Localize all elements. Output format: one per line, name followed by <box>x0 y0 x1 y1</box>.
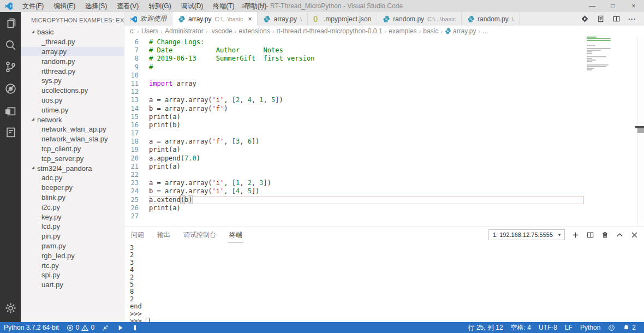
tab-array.py[interactable]: array.pyC:\...\basic× <box>172 12 258 26</box>
tree-item-rgb_led-py[interactable]: rgb_led.py <box>21 251 124 260</box>
breadcrumb-item-.vscode[interactable]: .vscode <box>210 27 232 35</box>
tab-random.py[interactable]: random.py\ <box>462 12 520 26</box>
source-control-view-button[interactable] <box>0 56 21 78</box>
tree-item-_thread-py[interactable]: _thread.py <box>21 37 124 47</box>
status-run-file[interactable] <box>113 322 128 333</box>
new-terminal-icon[interactable] <box>571 231 580 239</box>
micropython-examples-view-button[interactable] <box>0 121 21 143</box>
status-indentation[interactable]: 空格: 4 <box>507 322 535 333</box>
close-tab-icon[interactable]: × <box>248 15 252 23</box>
tree-item-spi-py[interactable]: spi.py <box>21 270 124 280</box>
breadcrumb-item-rt-thread.rt-thread-micropython-0.0.1[interactable]: rt-thread.rt-thread-micropython-0.0.1 <box>276 27 382 35</box>
tree-item-sys-py[interactable]: sys.py <box>21 76 124 86</box>
code-line-8[interactable]: 8# 2019-06-13 SummerGift first version <box>124 55 584 63</box>
more-actions-icon[interactable]: ··· <box>628 15 636 23</box>
terminal-output[interactable]: 32342582end>>>>>> <box>124 242 644 325</box>
breadcrumb-item-...[interactable]: ... <box>482 27 488 35</box>
code-line-7[interactable]: 7# Date Author Notes <box>124 46 584 55</box>
code-line-23[interactable]: 23a = array.array('i', [1, 2, 3]) <box>124 179 584 187</box>
code-line-17[interactable]: 17 <box>124 129 584 138</box>
menu-item-1[interactable]: 文件(F) <box>17 2 49 11</box>
tree-item-blink-py[interactable]: blink.py <box>21 193 124 203</box>
explorer-view-button[interactable] <box>0 12 21 34</box>
status-notifications[interactable]: 2 <box>619 322 640 333</box>
code-line-16[interactable]: 16print(b) <box>124 121 584 129</box>
status-eol[interactable]: LF <box>561 322 576 333</box>
code-line-14[interactable]: 14b = array.array('f') <box>124 105 584 113</box>
panel-tab-调试控制台[interactable]: 调试控制台 <box>182 228 217 242</box>
code-line-11[interactable]: 11import array <box>124 80 584 88</box>
tab--[interactable]: 欢迎使用 <box>124 12 172 26</box>
code-line-6[interactable]: 6# Change Logs: <box>124 38 584 46</box>
code-line-21[interactable]: 21print(a) <box>124 163 584 171</box>
panel-tab-输出[interactable]: 输出 <box>156 228 171 242</box>
run-file-icon[interactable] <box>581 15 589 23</box>
status-language-mode[interactable]: Python <box>576 322 604 333</box>
extensions-view-button[interactable] <box>0 99 21 121</box>
tree-item-adc-py[interactable]: adc.py <box>21 173 124 183</box>
tree-item-key-py[interactable]: key.py <box>21 212 124 222</box>
tree-item-network_wlan_ap-py[interactable]: network_wlan_ap.py <box>21 124 124 134</box>
kill-terminal-icon[interactable] <box>601 231 609 239</box>
tree-item-rtc-py[interactable]: rtc.py <box>21 260 124 270</box>
menu-item-4[interactable]: 查看(V) <box>112 2 144 11</box>
status-python-interpreter[interactable]: Python 3.7.2 64-bit <box>0 322 63 333</box>
tree-item-pwm-py[interactable]: pwm.py <box>21 241 124 251</box>
tree-item-uart-py[interactable]: uart.py <box>21 280 124 290</box>
code-line-26[interactable]: 26print(a) <box>124 204 584 212</box>
code-line-12[interactable]: 12 <box>124 88 584 96</box>
code-line-25[interactable]: 25a.extend(b) <box>124 196 584 204</box>
status-cursor-position[interactable]: 行 25, 列 12 <box>464 322 507 333</box>
tree-item-network_wlan_sta-py[interactable]: network_wlan_sta.py <box>21 134 124 144</box>
scrollbar-thumb[interactable] <box>637 128 644 133</box>
tab-.mpyproject.json[interactable]: {}.mpyproject.json <box>308 12 377 26</box>
menu-item-8[interactable]: 帮助(H) <box>240 2 272 11</box>
panel-tab-问题[interactable]: 问题 <box>130 228 145 242</box>
menu-item-7[interactable]: 终端(T) <box>208 2 239 11</box>
code-line-19[interactable]: 19print(a) <box>124 146 584 154</box>
tab-random.py[interactable]: random.pyC:\...\basic <box>377 12 462 26</box>
manage-button[interactable] <box>0 297 21 319</box>
tree-item-tcp_server-py[interactable]: tcp_server.py <box>21 153 124 163</box>
tree-item-uos-py[interactable]: uos.py <box>21 96 124 105</box>
search-view-button[interactable] <box>0 34 21 56</box>
open-changes-icon[interactable] <box>597 15 605 23</box>
tree-item-stm32l4_pandora[interactable]: stm32l4_pandora <box>21 163 124 173</box>
breadcrumb-item-extensions[interactable]: extensions <box>238 27 270 35</box>
menu-item-3[interactable]: 选择(S) <box>80 2 112 11</box>
minimize-button[interactable]: — <box>582 2 603 10</box>
code-line-15[interactable]: 15print(a) <box>124 113 584 121</box>
maximize-panel-icon[interactable] <box>616 231 624 239</box>
menu-item-2[interactable]: 编辑(E) <box>49 2 80 11</box>
minimap[interactable] <box>585 36 637 227</box>
tree-item-ucollections-py[interactable]: ucollections.py <box>21 86 124 96</box>
tree-item-tcp_client-py[interactable]: tcp_client.py <box>21 144 124 154</box>
status-connect-device[interactable] <box>98 322 113 333</box>
menu-item-6[interactable]: 调试(D) <box>176 2 208 11</box>
overview-ruler[interactable] <box>637 36 644 227</box>
tree-item-random-py[interactable]: random.py <box>21 56 124 66</box>
split-terminal-icon[interactable] <box>586 231 594 239</box>
code-line-20[interactable]: 20a.append(7.0) <box>124 154 584 163</box>
split-editor-icon[interactable] <box>612 15 621 23</box>
status-stop-file[interactable] <box>128 322 142 333</box>
breadcrumb-item-c-[interactable]: c: <box>130 27 135 35</box>
tab-array.py[interactable]: array.py\ <box>258 12 308 26</box>
code-line-9[interactable]: 9# <box>124 63 584 72</box>
tree-item-rtthread-py[interactable]: rtthread.py <box>21 66 124 76</box>
tree-item-pin-py[interactable]: pin.py <box>21 231 124 241</box>
tree-item-array-py[interactable]: array.py <box>21 47 124 57</box>
tree-item-basic[interactable]: basic <box>21 27 124 37</box>
status-problems[interactable]: 00 <box>63 322 98 333</box>
status-encoding[interactable]: UTF-8 <box>535 322 561 333</box>
maximize-button[interactable]: □ <box>603 2 623 10</box>
tree-item-beeper-py[interactable]: beeper.py <box>21 183 124 193</box>
breadcrumb-item-users[interactable]: Users <box>141 27 158 35</box>
tree-item-utime-py[interactable]: utime.py <box>21 105 124 115</box>
close-panel-icon[interactable] <box>630 231 639 239</box>
breadcrumb-item-basic[interactable]: basic <box>423 27 438 35</box>
code-line-10[interactable]: 10 <box>124 72 584 80</box>
breadcrumb-item-examples[interactable]: examples <box>389 27 416 35</box>
panel-tab-终端[interactable]: 终端 <box>228 228 243 242</box>
terminal-dropdown[interactable]: 1: 192.168.12.75:5555 ▼ <box>488 229 565 240</box>
